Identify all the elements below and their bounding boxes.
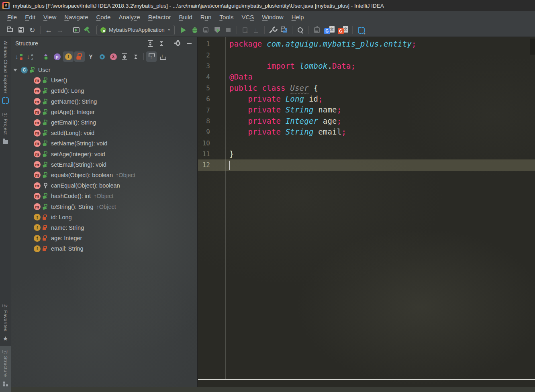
show-anonymous-classes-icon[interactable]: Y (86, 51, 96, 62)
run-icon[interactable] (178, 25, 189, 35)
code-line[interactable]: 4@Data (198, 71, 535, 82)
code-line[interactable]: 11} (198, 149, 535, 159)
forward-icon[interactable]: → (54, 25, 65, 35)
stop-icon[interactable] (223, 25, 234, 35)
tree-item-label: getEmail(): String (51, 119, 96, 126)
tool-window-button-7-structure[interactable]: 7: Structure (0, 346, 11, 392)
structure-tree-item[interactable]: mhashCode(): int↑Object (11, 191, 197, 201)
code-editor[interactable]: 1package com.atguigu.mybatis_plus.entity… (198, 37, 535, 392)
menu-build[interactable]: Build (175, 14, 196, 20)
structure-tree-item[interactable]: msetAge(Integer): void (11, 149, 197, 159)
public-visibility-icon (42, 140, 48, 147)
code-line[interactable]: 12 (198, 159, 535, 170)
code-line[interactable]: 7 private String name; (198, 104, 535, 115)
structure-tree-item[interactable]: mcanEqual(Object): boolean (11, 180, 197, 191)
profiler-icon[interactable] (212, 25, 223, 35)
build-hammer-icon[interactable] (82, 25, 93, 35)
project-structure-icon[interactable] (278, 25, 290, 35)
structure-tree-item[interactable]: mgetId(): Long (11, 86, 197, 96)
cloud-brackets-icon[interactable]: ▼ (355, 25, 368, 35)
tool-window-button-1-project[interactable]: 1: Project (0, 109, 11, 150)
menu-view[interactable]: View (39, 14, 60, 20)
back-icon[interactable]: ← (43, 25, 54, 35)
method-icon: m (34, 151, 41, 157)
structure-tree-item[interactable]: mgetEmail(): String (11, 117, 197, 128)
menu-window[interactable]: Window (258, 14, 287, 20)
debug-icon[interactable] (189, 25, 200, 35)
menu-tools[interactable]: Tools (215, 14, 237, 20)
editor-bottom-divider[interactable] (198, 379, 535, 380)
expand-all-icon[interactable] (119, 51, 130, 62)
structure-tree-item[interactable]: femail: String (11, 243, 197, 254)
show-properties-icon[interactable]: p (52, 51, 62, 62)
tool-window-button-alibaba-cloud-explorer[interactable]: Alibaba Cloud Explorer (0, 37, 11, 109)
plugin-save-icon[interactable] (311, 25, 323, 35)
code-line[interactable]: 8 private Integer age; (198, 116, 535, 127)
autoscroll-from-source-icon[interactable] (157, 51, 168, 62)
structure-tree-item[interactable]: CUser (11, 65, 197, 75)
structure-tree-item[interactable]: fid: Long (11, 212, 197, 223)
structure-tree-item[interactable]: fname: String (11, 223, 197, 233)
wrench-settings-icon[interactable] (267, 25, 278, 35)
structure-tree-item[interactable]: msetName(String): void (11, 138, 197, 149)
coverage-icon[interactable] (200, 25, 212, 35)
code-line[interactable]: 10 (198, 138, 535, 149)
public-visibility-icon (42, 88, 48, 94)
code-text: package com.atguigu.mybatis_plus.entity; (229, 39, 417, 49)
structure-tree-item[interactable]: mequals(Object): boolean↑Object (11, 170, 197, 180)
save-icon[interactable] (15, 25, 27, 35)
code-lines[interactable]: 1package com.atguigu.mybatis_plus.entity… (198, 37, 535, 171)
menu-navigate[interactable]: Navigate (60, 14, 92, 20)
run-dim-icon[interactable] (239, 25, 251, 35)
structure-tree-item[interactable]: mtoString(): String↑Object (11, 201, 197, 212)
structure-tree-item[interactable]: mgetName(): String (11, 96, 197, 107)
menu-code[interactable]: Code (92, 14, 115, 20)
show-visitors-icon[interactable] (97, 51, 107, 62)
menu-refactor[interactable]: Refactor (144, 14, 175, 20)
collapse-all-icon[interactable] (131, 51, 141, 62)
search-icon[interactable] (295, 25, 306, 35)
expand-all-icon[interactable] (145, 39, 155, 48)
hide-icon[interactable] (184, 39, 194, 48)
download-dim-icon[interactable] (251, 25, 262, 35)
gear-icon[interactable] (173, 39, 183, 48)
expand-arrow-icon[interactable] (13, 69, 17, 71)
collapse-all-icon[interactable] (157, 39, 166, 48)
menu-edit[interactable]: Edit (21, 14, 39, 20)
code-line[interactable]: 5public class User { (198, 83, 535, 94)
structure-tree-item[interactable]: fage: Integer (11, 233, 197, 243)
autoscroll-to-source-icon[interactable] (146, 51, 157, 62)
structure-tree-item[interactable]: msetEmail(String): void (11, 159, 197, 170)
menu-help[interactable]: Help (288, 14, 308, 20)
sync-icon[interactable]: ↻ (27, 25, 38, 35)
code-line[interactable]: 1package com.atguigu.mybatis_plus.entity… (198, 39, 535, 49)
show-fields-icon[interactable]: f (63, 51, 74, 62)
code-line[interactable]: 6 private Long id; (198, 94, 535, 104)
run-anything-icon[interactable] (71, 25, 82, 35)
tree-item-label: hashCode(): int (51, 193, 91, 199)
sort-by-visibility-icon[interactable] (14, 51, 24, 62)
show-lambdas-icon[interactable]: λ (108, 51, 118, 62)
tool-window-button-2-favorites[interactable]: 2: Favorites★ (0, 300, 11, 346)
structure-tree-item[interactable]: mUser() (11, 75, 197, 86)
menu-analyze[interactable]: Analyze (114, 14, 144, 20)
translate-orange-icon[interactable]: 文G (336, 25, 350, 35)
sort-alphabetically-icon[interactable]: az (25, 51, 35, 62)
menu-file[interactable]: File (3, 14, 21, 20)
menu-vcs[interactable]: VCS (237, 14, 258, 20)
run-configuration-select[interactable]: MybatisPlusApplication ▼ (96, 25, 175, 35)
line-number: 9 (198, 128, 210, 136)
show-non-public-icon[interactable] (74, 51, 85, 62)
code-line[interactable]: 2 (198, 49, 535, 60)
menu-run[interactable]: Run (196, 14, 216, 20)
open-icon[interactable] (4, 25, 15, 35)
show-inherited-icon[interactable] (41, 51, 51, 62)
structure-tree-item[interactable]: msetId(Long): void (11, 128, 197, 138)
field-icon: f (34, 214, 41, 220)
translate-blue-icon[interactable]: 文G (323, 25, 336, 35)
structure-tree-item[interactable]: mgetAge(): Integer (11, 107, 197, 117)
code-line[interactable]: 3 import lombok.Data; (198, 61, 535, 71)
project-folder-icon (3, 138, 8, 145)
public-visibility-icon (42, 172, 48, 179)
code-line[interactable]: 9 private String email; (198, 127, 535, 137)
